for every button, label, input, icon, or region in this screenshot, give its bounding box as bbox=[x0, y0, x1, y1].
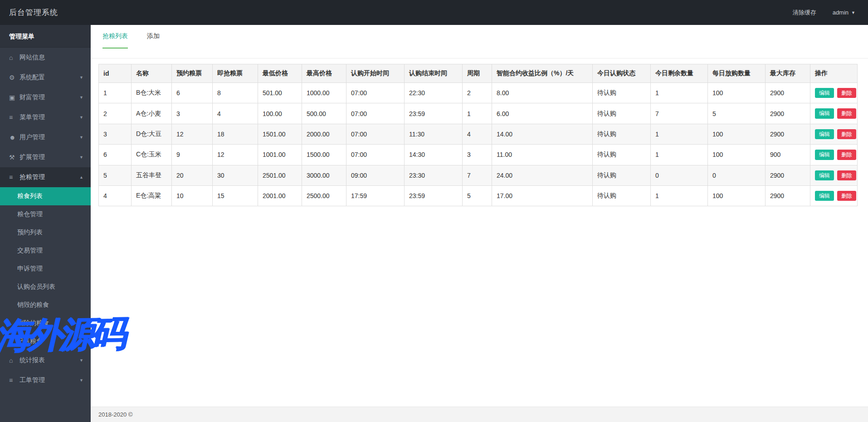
money-icon: ▣ bbox=[9, 94, 20, 101]
actions-cell: 编辑删除 bbox=[810, 83, 858, 103]
table-cell: 07:00 bbox=[346, 103, 405, 124]
column-header: 即抢粮票 bbox=[213, 64, 258, 83]
sidebar-item-sold-grain[interactable]: 已售粮食 bbox=[0, 332, 91, 350]
edit-button[interactable]: 编辑 bbox=[815, 88, 834, 98]
table-cell: 5 bbox=[463, 185, 492, 206]
table-cell: 07:00 bbox=[346, 145, 405, 165]
table-cell: 1 bbox=[99, 83, 132, 103]
table-cell: 2 bbox=[99, 103, 132, 124]
table-cell: 30 bbox=[213, 165, 258, 185]
delete-button[interactable]: 删除 bbox=[837, 88, 856, 98]
table-row: 2A仓:小麦34100.00500.0007:0023:5916.00待认购75… bbox=[99, 103, 858, 124]
delete-button[interactable]: 删除 bbox=[837, 170, 856, 180]
topbar-right: 清除缓存 admin ▼ bbox=[793, 9, 855, 17]
table-cell: 5 bbox=[99, 165, 132, 185]
table-cell: 10 bbox=[172, 185, 213, 206]
table-row: 1B仓:大米68501.001000.0007:0022:3028.00待认购1… bbox=[99, 83, 858, 103]
sidebar-item-destroyed-grain[interactable]: 销毁的粮食 bbox=[0, 296, 91, 314]
table-cell: 14.00 bbox=[492, 124, 593, 144]
edit-button[interactable]: 编辑 bbox=[815, 129, 834, 139]
table-cell: 20 bbox=[172, 165, 213, 185]
clear-cache-button[interactable]: 清除缓存 bbox=[793, 9, 816, 17]
table-cell: 0 bbox=[708, 165, 766, 185]
menu-list-icon: ≡ bbox=[9, 114, 20, 121]
sidebar-item-site-info[interactable]: ⌂网站信息 bbox=[0, 48, 91, 68]
sidebar-item-wealth-management[interactable]: ▣财富管理▼ bbox=[0, 87, 91, 107]
sidebar-item-user-management[interactable]: ☻用户管理▼ bbox=[0, 127, 91, 147]
table-cell: 8 bbox=[213, 83, 258, 103]
column-header: 今日剩余数量 bbox=[651, 64, 708, 83]
table-cell: 09:00 bbox=[346, 165, 405, 185]
delete-button[interactable]: 删除 bbox=[837, 191, 856, 201]
table-cell: 12 bbox=[213, 145, 258, 165]
footer: 2018-2020 © bbox=[91, 407, 868, 422]
sidebar-item-grain-list[interactable]: 粮食列表 bbox=[0, 187, 91, 205]
sidebar-item-complaint-management[interactable]: 申诉管理 bbox=[0, 260, 91, 278]
actions-cell: 编辑删除 bbox=[810, 145, 858, 165]
table-cell: 3 bbox=[99, 124, 132, 144]
column-header: 最大库存 bbox=[766, 64, 810, 83]
sidebar-item-reservation-list[interactable]: 预约列表 bbox=[0, 223, 91, 242]
table-cell: 501.00 bbox=[258, 83, 302, 103]
column-header: 最高价格 bbox=[302, 64, 346, 83]
table-cell: 待认购 bbox=[593, 165, 651, 185]
actions-cell: 编辑删除 bbox=[810, 103, 858, 124]
delete-button[interactable]: 删除 bbox=[837, 129, 856, 139]
tab-grain-grab-list[interactable]: 抢粮列表 bbox=[102, 32, 128, 49]
caret-down-icon: ▼ bbox=[79, 95, 83, 100]
table-cell: 2000.00 bbox=[302, 124, 346, 144]
sidebar-subitem-label: 粮食列表 bbox=[17, 192, 43, 200]
table-cell: 2900 bbox=[766, 103, 810, 124]
table-cell: 23:30 bbox=[405, 165, 463, 185]
table-cell: 12 bbox=[172, 124, 213, 144]
table-cell: 0 bbox=[651, 165, 708, 185]
table-cell: 2501.00 bbox=[258, 165, 302, 185]
user-menu[interactable]: admin ▼ bbox=[833, 9, 855, 16]
delete-button[interactable]: 删除 bbox=[837, 108, 856, 118]
table-cell: 待认购 bbox=[593, 145, 651, 165]
edit-button[interactable]: 编辑 bbox=[815, 108, 834, 118]
grain-table: id名称预约粮票即抢粮票最低价格最高价格认购开始时间认购结束时间周期智能合约收益… bbox=[98, 64, 858, 206]
table-cell: 1 bbox=[651, 185, 708, 206]
column-header: 每日放购数量 bbox=[708, 64, 766, 83]
sidebar-item-trade-management[interactable]: 交易管理 bbox=[0, 242, 91, 260]
sidebar-subitem-label: 预约列表 bbox=[17, 228, 43, 237]
sidebar-item-system-config[interactable]: ⚙系统配置▼ bbox=[0, 68, 91, 87]
table-cell: 待认购 bbox=[593, 83, 651, 103]
sidebar-item-statistics-report[interactable]: ⌂统计报表▼ bbox=[0, 350, 91, 370]
tab-bar: 抢粮列表添加 bbox=[102, 32, 868, 49]
table-cell: 2001.00 bbox=[258, 185, 302, 206]
tab-add[interactable]: 添加 bbox=[147, 32, 160, 49]
table-cell: 500.00 bbox=[302, 103, 346, 124]
sidebar-item-deleted-grain[interactable]: 删除的粮食 bbox=[0, 314, 91, 332]
edit-button[interactable]: 编辑 bbox=[815, 170, 834, 180]
app-title: 后台管理系统 bbox=[9, 7, 58, 18]
sidebar-item-label: 网站信息 bbox=[20, 53, 45, 62]
edit-button[interactable]: 编辑 bbox=[815, 150, 834, 160]
table-cell: 22:30 bbox=[405, 83, 463, 103]
sidebar-item-extension-management[interactable]: ⚒扩展管理▼ bbox=[0, 147, 91, 167]
table-cell: 23:59 bbox=[405, 103, 463, 124]
sidebar-item-subscription-member-list[interactable]: 认购会员列表 bbox=[0, 278, 91, 296]
table-cell: 1500.00 bbox=[302, 145, 346, 165]
edit-button[interactable]: 编辑 bbox=[815, 191, 834, 201]
table-cell: 14:30 bbox=[405, 145, 463, 165]
table-cell: 23:59 bbox=[405, 185, 463, 206]
column-header: 认购开始时间 bbox=[346, 64, 405, 83]
table-cell: 2900 bbox=[766, 124, 810, 144]
table-row: 6C仓:玉米9121001.001500.0007:0014:30311.00待… bbox=[99, 145, 858, 165]
table-cell: 18 bbox=[213, 124, 258, 144]
sidebar-item-warehouse-management[interactable]: 粮仓管理 bbox=[0, 205, 91, 223]
table-cell: 6.00 bbox=[492, 103, 593, 124]
table-cell: 9 bbox=[172, 145, 213, 165]
sidebar-item-menu-management[interactable]: ≡菜单管理▼ bbox=[0, 107, 91, 127]
sidebar-item-work-order-management[interactable]: ≡工单管理▼ bbox=[0, 370, 91, 390]
sidebar-item-grain-management[interactable]: ≡抢粮管理▲ bbox=[0, 167, 91, 187]
column-header: 操作 bbox=[810, 64, 858, 83]
caret-down-icon: ▼ bbox=[79, 135, 83, 140]
delete-button[interactable]: 删除 bbox=[837, 150, 856, 160]
gears-icon: ⚙ bbox=[9, 74, 20, 81]
table-cell: 五谷丰登 bbox=[132, 165, 172, 185]
main-area: 管理菜单 ⌂网站信息⚙系统配置▼▣财富管理▼≡菜单管理▼☻用户管理▼⚒扩展管理▼… bbox=[0, 25, 868, 422]
table-cell: 1 bbox=[463, 103, 492, 124]
